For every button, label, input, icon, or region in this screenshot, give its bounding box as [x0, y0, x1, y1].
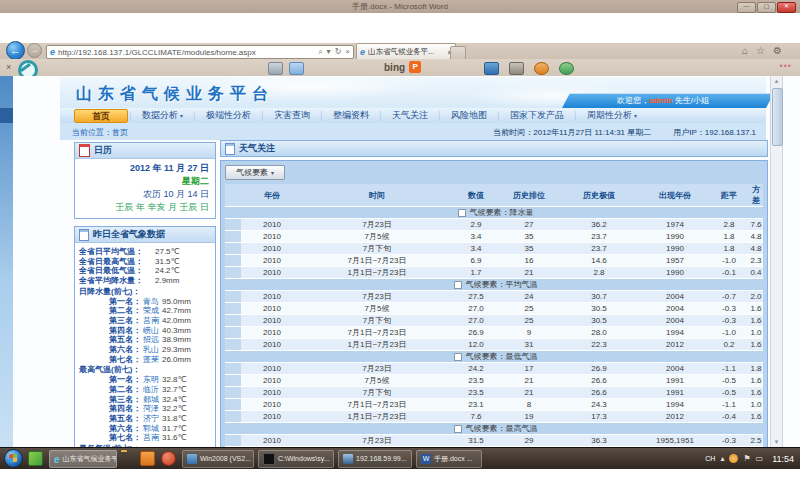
- folder-icon[interactable]: [121, 452, 134, 465]
- climate-element-button[interactable]: 气候要素 ▾: [225, 165, 285, 180]
- table-cell: 30.5: [557, 303, 641, 315]
- table-row: 20107月下旬23.52126.61991-0.51.6: [225, 387, 763, 399]
- taskbar-window-button[interactable]: 192.168.59.99...: [338, 450, 412, 468]
- scroll-up-icon[interactable]: ▲: [771, 76, 782, 86]
- table-cell: 26.6: [557, 375, 641, 387]
- globe-icon[interactable]: [559, 62, 574, 75]
- show-hidden-icons-caret[interactable]: ▴: [720, 454, 724, 463]
- toolbar-close-icon[interactable]: ×: [6, 62, 11, 72]
- taskbar-window-button[interactable]: W手册.docx ...: [416, 450, 482, 468]
- menu-item-5[interactable]: 天气关注: [383, 109, 437, 122]
- scrollbar-thumb[interactable]: [772, 88, 783, 146]
- stop-icon[interactable]: ×: [345, 47, 350, 57]
- minimize-button[interactable]: —: [737, 2, 756, 13]
- menu-item-2[interactable]: 极端性分析: [197, 109, 260, 122]
- browser-scrollbar[interactable]: ▲ ▼: [770, 76, 783, 447]
- taskbar-window-button[interactable]: e山东省气候业务平...: [49, 450, 117, 468]
- menu-item-4[interactable]: 整编资料: [324, 109, 378, 122]
- stat-label: 全省日最高气温：: [79, 257, 155, 267]
- network-icon[interactable]: ▭: [756, 454, 764, 463]
- table-cell: 2010: [241, 243, 303, 255]
- rank-group-title: 最高气温(前七)：: [79, 365, 213, 375]
- table-cell: 7.6: [451, 411, 501, 423]
- taskbar-clock[interactable]: 11:54: [772, 454, 794, 464]
- station-link[interactable]: 莒南: [143, 316, 159, 326]
- bing-logo[interactable]: bing: [384, 62, 405, 73]
- wallet-icon[interactable]: [509, 62, 524, 75]
- mail-icon[interactable]: [289, 62, 304, 75]
- menu-item-7[interactable]: 国家下发产品: [501, 109, 573, 122]
- paw-icon[interactable]: [534, 62, 549, 75]
- menu-item-8[interactable]: 周期性分析▾: [578, 109, 646, 122]
- station-link[interactable]: 荣成: [143, 306, 159, 316]
- stat-row: 全省日最低气温：24.2℃: [79, 266, 213, 276]
- scroll-down-icon[interactable]: ▼: [771, 437, 782, 447]
- station-link[interactable]: 临沂: [143, 385, 159, 395]
- station-link[interactable]: 乳山: [143, 345, 159, 355]
- checkbox[interactable]: [454, 425, 462, 433]
- favorites-star-icon[interactable]: ☆: [756, 45, 765, 56]
- search-icon[interactable]: ⌕: [318, 47, 322, 57]
- address-bar[interactable]: e http://192.168.137.1/GLCCLIMATE/module…: [46, 45, 354, 59]
- refresh-icon[interactable]: ↻: [335, 47, 342, 57]
- calendar-weekday: 星期二: [79, 175, 209, 188]
- station-link[interactable]: 郯城: [143, 395, 159, 405]
- checkbox[interactable]: [454, 353, 462, 361]
- gear-icon[interactable]: ⚙: [773, 45, 782, 56]
- language-indicator[interactable]: CH: [705, 455, 715, 462]
- bing-badge-icon[interactable]: P: [409, 61, 421, 73]
- start-button[interactable]: [4, 449, 23, 468]
- url-text[interactable]: http://192.168.137.1/GLCCLIMATE/modules/…: [58, 48, 318, 57]
- checkbox[interactable]: [458, 209, 466, 217]
- menu-item-3[interactable]: 灾害查询: [265, 109, 319, 122]
- more-icon[interactable]: •••: [780, 61, 792, 71]
- climate-element-label: 气候要素: [236, 167, 268, 178]
- close-button[interactable]: ✕: [777, 2, 796, 13]
- forward-button[interactable]: →: [27, 43, 42, 58]
- checkbox[interactable]: [454, 281, 462, 289]
- cloud-tray-icon[interactable]: [729, 454, 738, 463]
- table-cell: 2.5: [749, 435, 763, 447]
- section-title: 气候要素：平均气温: [466, 280, 538, 289]
- browser-tab[interactable]: e 山东省气候业务平... ×: [356, 43, 456, 60]
- taskbar-window-button[interactable]: Win2008 (VS2...: [182, 450, 254, 468]
- station-link[interactable]: 东明: [143, 375, 159, 385]
- card-reader-icon[interactable]: [268, 62, 283, 75]
- station-link[interactable]: 郓城: [143, 424, 159, 434]
- rank-row: 第五名：招远38.9mm: [79, 335, 213, 345]
- menu-item-6[interactable]: 风险地图: [442, 109, 496, 122]
- maximize-button[interactable]: ▢: [757, 2, 776, 13]
- station-link[interactable]: 蓬莱: [143, 355, 159, 365]
- station-link[interactable]: 菏泽: [143, 404, 159, 414]
- quicklaunch-app-icon[interactable]: [28, 451, 43, 466]
- table-cell: 7月5候: [303, 375, 451, 387]
- station-link[interactable]: 崂山: [143, 326, 159, 336]
- red-app-icon[interactable]: [161, 451, 176, 466]
- table-cell: 1955,1951: [641, 435, 709, 447]
- home-icon[interactable]: ⌂: [742, 45, 748, 56]
- menu-item-home[interactable]: 首页: [74, 109, 128, 123]
- menu-item-1[interactable]: 数据分析▾: [133, 109, 192, 122]
- stat-label: 全省日最低气温：: [79, 266, 155, 276]
- menu-item-label: 极端性分析: [206, 110, 251, 120]
- station-link[interactable]: 济宁: [143, 414, 159, 424]
- camera-icon[interactable]: [484, 62, 499, 75]
- table-cell: 9: [501, 327, 557, 339]
- site-title: 山东省气候业务平台: [76, 84, 274, 105]
- yesterday-weather-panel: 昨日全省气象数据 全省日平均气温：27.5℃全省日最高气温：31.5℃全省日最低…: [74, 226, 216, 447]
- table-cell: -0.3: [709, 315, 749, 327]
- dropdown-icon[interactable]: ▾: [327, 47, 331, 57]
- section-title: 气候要素：降水量: [470, 208, 534, 217]
- table-header-row: 年份时间数值历史排位历史极值出现年份距平方差: [225, 184, 763, 207]
- tab-title[interactable]: 山东省气候业务平...: [368, 47, 445, 57]
- station-link[interactable]: 青岛: [143, 297, 159, 307]
- table-cell: -1.0: [709, 255, 749, 267]
- back-button[interactable]: ←: [6, 41, 25, 60]
- station-link[interactable]: 招远: [143, 335, 159, 345]
- action-center-flag-icon[interactable]: ⚑: [743, 454, 750, 463]
- row-gutter-cell: [225, 387, 241, 399]
- taskbar-window-button[interactable]: C:\Windows\sy...: [258, 450, 334, 468]
- station-link[interactable]: 莒南: [143, 433, 159, 443]
- new-tab-button[interactable]: [450, 46, 466, 60]
- orange-app-icon[interactable]: [140, 451, 155, 466]
